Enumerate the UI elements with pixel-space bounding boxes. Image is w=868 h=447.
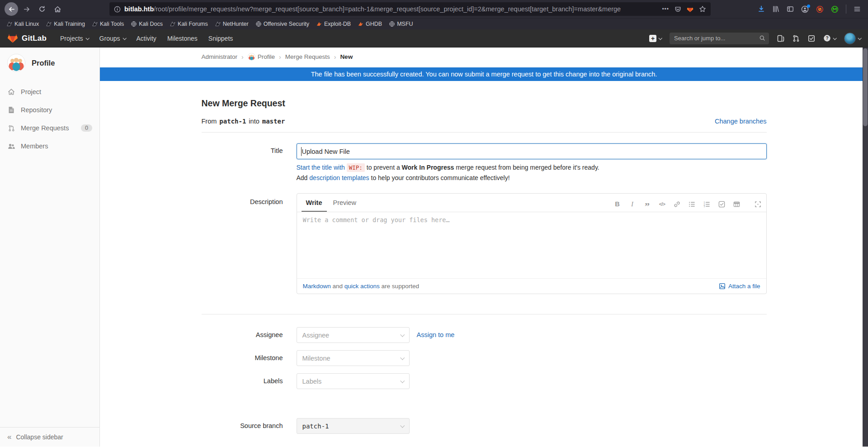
sidebar-item-merge-requests[interactable]: Merge Requests 0 bbox=[0, 119, 99, 137]
source-branch-dropdown[interactable]: patch-1 bbox=[297, 418, 410, 434]
search-icon bbox=[760, 35, 765, 41]
url-bar[interactable]: bitlab.htb/root/profile/merge_requests/n… bbox=[109, 2, 711, 16]
source-branch-label: Source branch bbox=[202, 418, 283, 434]
description-label: Description bbox=[202, 193, 283, 294]
browser-forward-button[interactable] bbox=[20, 2, 33, 16]
bookmark-kali-linux[interactable]: Kali Linux bbox=[4, 20, 42, 28]
fullscreen-button[interactable] bbox=[755, 200, 762, 208]
user-menu[interactable] bbox=[844, 33, 861, 44]
nav-projects[interactable]: Projects bbox=[56, 32, 93, 45]
merge-requests-icon[interactable] bbox=[793, 35, 800, 42]
link-button[interactable] bbox=[674, 200, 681, 208]
kali-icon bbox=[215, 21, 221, 27]
nav-activity[interactable]: Activity bbox=[132, 32, 161, 45]
page-scrollbar[interactable] bbox=[863, 48, 868, 447]
milestone-dropdown[interactable]: Milestone bbox=[297, 350, 410, 366]
sidebar-item-repository[interactable]: Repository bbox=[0, 101, 99, 119]
browser-back-button[interactable] bbox=[5, 2, 18, 16]
tab-preview[interactable]: Preview bbox=[329, 194, 361, 212]
bookmark-kali-forums[interactable]: Kali Forums bbox=[167, 20, 211, 28]
bold-button[interactable]: B bbox=[614, 200, 621, 208]
breadcrumb-profile[interactable]: Profile bbox=[258, 53, 275, 60]
change-branches-link[interactable]: Change branches bbox=[715, 118, 766, 125]
bookmark-kali-tools[interactable]: Kali Tools bbox=[89, 20, 127, 28]
labels-label: Labels bbox=[202, 373, 283, 389]
downloads-icon[interactable] bbox=[758, 5, 765, 13]
greasemonkey-icon[interactable] bbox=[831, 5, 839, 13]
browser-reload-button[interactable] bbox=[35, 2, 49, 16]
url-host: bitlab.htb bbox=[124, 5, 154, 13]
help-menu[interactable]: ? bbox=[823, 34, 836, 42]
todos-icon[interactable] bbox=[808, 35, 815, 42]
menu-icon[interactable] bbox=[854, 5, 861, 13]
tab-write[interactable]: Write bbox=[302, 194, 327, 212]
breadcrumb-merge-requests[interactable]: Merge Requests bbox=[285, 53, 330, 60]
quote-button[interactable]: ” bbox=[644, 200, 651, 208]
description-templates-link[interactable]: description templates bbox=[309, 174, 369, 181]
plus-icon: + bbox=[649, 35, 656, 42]
assign-to-me-link[interactable]: Assign to me bbox=[417, 327, 455, 343]
description-textarea[interactable] bbox=[303, 216, 760, 274]
chevron-down-icon bbox=[400, 356, 405, 360]
merge-request-icon bbox=[7, 125, 15, 132]
sidebar-context-header[interactable]: Profile bbox=[0, 48, 99, 76]
bookmark-kali-training[interactable]: Kali Training bbox=[43, 20, 88, 28]
target-branch-name: master bbox=[262, 118, 285, 125]
library-icon[interactable] bbox=[772, 5, 779, 13]
bookmark-exploit-db[interactable]: Exploit-DB bbox=[313, 20, 354, 28]
user-avatar bbox=[844, 33, 856, 44]
gitlab-tanuki-icon bbox=[7, 33, 18, 43]
bullet-list-button[interactable] bbox=[689, 200, 696, 208]
sidebar-item-project[interactable]: Project bbox=[0, 83, 99, 101]
search-input[interactable] bbox=[670, 33, 769, 44]
description-editor: Write Preview B I ” </> 123 bbox=[297, 193, 767, 294]
page-actions-icon[interactable]: ••• bbox=[662, 6, 669, 12]
gitlab-logo[interactable]: GitLab bbox=[7, 33, 47, 43]
table-button[interactable] bbox=[733, 200, 741, 208]
site-info-icon[interactable] bbox=[114, 6, 121, 13]
pocket-icon[interactable] bbox=[675, 6, 681, 13]
svg-text:?: ? bbox=[826, 36, 828, 41]
labels-dropdown[interactable]: Labels bbox=[297, 373, 410, 389]
browser-toolbar: bitlab.htb/root/profile/merge_requests/n… bbox=[0, 0, 868, 18]
assignee-dropdown[interactable]: Assignee bbox=[297, 327, 410, 343]
divider bbox=[202, 314, 767, 314]
nav-groups[interactable]: Groups bbox=[95, 32, 130, 45]
document-icon bbox=[7, 106, 15, 114]
account-icon[interactable] bbox=[801, 5, 809, 13]
quick-actions-link[interactable]: quick actions bbox=[344, 283, 380, 290]
italic-button[interactable]: I bbox=[629, 200, 636, 208]
breadcrumb-administrator[interactable]: Administrator bbox=[202, 53, 238, 60]
collapse-sidebar-button[interactable]: « Collapse sidebar bbox=[0, 427, 99, 447]
markdown-link[interactable]: Markdown bbox=[303, 283, 331, 290]
nav-milestones[interactable]: Milestones bbox=[163, 32, 202, 45]
nav-snippets[interactable]: Snippets bbox=[204, 32, 237, 45]
gitlab-brand-text: GitLab bbox=[22, 34, 47, 43]
scrollbar-thumb[interactable] bbox=[863, 48, 868, 126]
breadcrumb-separator: › bbox=[241, 53, 244, 61]
browser-home-button[interactable] bbox=[51, 2, 64, 16]
numbered-list-button[interactable]: 123 bbox=[703, 200, 711, 208]
bookmark-star-icon[interactable] bbox=[699, 5, 706, 13]
task-list-button[interactable] bbox=[718, 200, 726, 208]
bookmark-offensive-security[interactable]: Offensive Security bbox=[253, 20, 312, 28]
chevron-down-icon bbox=[400, 423, 405, 428]
sidebar-item-label: Project bbox=[21, 88, 41, 95]
blocker-extension-icon[interactable] bbox=[816, 5, 824, 13]
issues-icon[interactable] bbox=[777, 35, 784, 42]
bookmark-kali-docs[interactable]: Kali Docs bbox=[128, 20, 166, 28]
gitlab-page-icon[interactable] bbox=[687, 6, 693, 13]
sidebar-item-members[interactable]: Members bbox=[0, 137, 99, 155]
bookmark-nethunter[interactable]: NetHunter bbox=[212, 20, 252, 28]
code-button[interactable]: </> bbox=[659, 200, 666, 208]
new-menu-button[interactable]: + bbox=[649, 35, 661, 42]
title-input[interactable] bbox=[297, 143, 767, 159]
title-label: Title bbox=[202, 143, 283, 181]
sidebars-icon[interactable] bbox=[787, 5, 794, 13]
bookmark-msfu[interactable]: MSFU bbox=[386, 20, 416, 28]
bookmark-ghdb[interactable]: GHDB bbox=[355, 20, 385, 28]
from-label: From bbox=[202, 118, 217, 125]
wip-hint-link[interactable]: Start the title with bbox=[297, 164, 347, 171]
chevron-down-icon bbox=[658, 36, 662, 40]
attach-file-button[interactable]: Attach a file bbox=[719, 283, 760, 290]
